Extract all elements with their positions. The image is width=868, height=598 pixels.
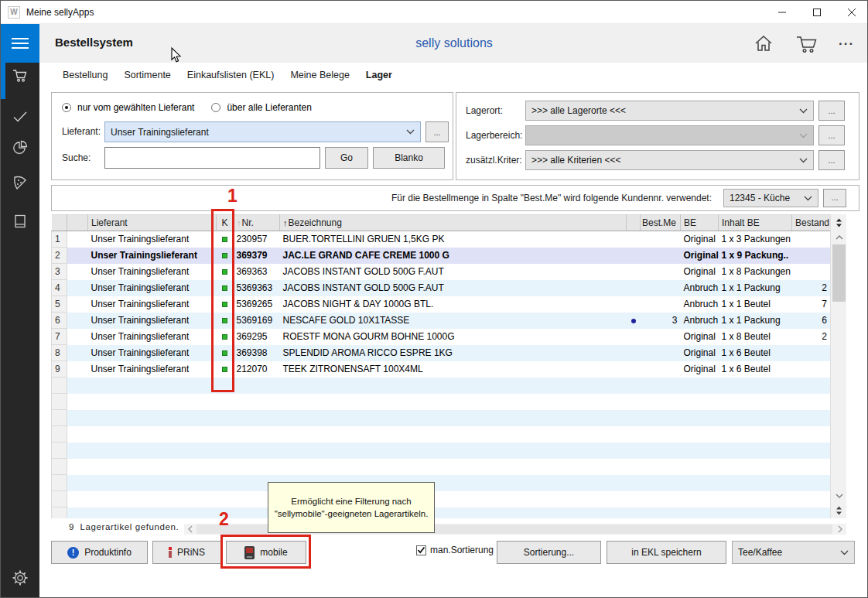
lieferant-select[interactable]: Unser Trainingslieferant: [104, 121, 421, 142]
annotation-rect-2: [220, 535, 311, 569]
scrollbar-thumb[interactable]: [832, 244, 846, 302]
table-row[interactable]: 9 Unser Trainingslieferant 212070 TEEK Z…: [52, 361, 831, 378]
app-logo-icon: W: [8, 6, 20, 19]
book-icon: [12, 214, 28, 229]
main-content: Bestellung Sortimente Einkaufslisten (EK…: [39, 63, 868, 569]
radio-selected-supplier[interactable]: [62, 103, 71, 112]
window-title: Meine sellyApps: [26, 7, 94, 18]
kundennr-select[interactable]: 12345 - Küche: [723, 189, 818, 207]
chevron-down-icon: [406, 129, 415, 135]
table-row[interactable]: 4 Unser Trainingslieferant 5369363 JACOB…: [52, 280, 831, 296]
home-button[interactable]: [753, 33, 774, 56]
scroll-left-button[interactable]: [184, 524, 196, 535]
header: Bestellsystem selly solutions ...: [39, 24, 868, 63]
table-row-selected[interactable]: 2 Unser Trainingslieferant 369379 JAC.LE…: [52, 248, 831, 264]
sidebar-item-cart[interactable]: [1, 68, 39, 84]
kundennr-text: Für die Bestellmenge in Spalte "Best.Me"…: [391, 193, 712, 203]
check-icon: [417, 546, 425, 554]
ekl-speichern-button[interactable]: in EKL speichern: [607, 541, 726, 564]
empty-row: [52, 443, 831, 459]
lagerort-more-button[interactable]: ...: [818, 101, 845, 121]
col-nr[interactable]: ↑Nr.: [234, 215, 280, 231]
man-sortierung-checkbox[interactable]: [416, 545, 426, 555]
title-bar: W Meine sellyApps: [1, 1, 868, 24]
table-row[interactable]: 6 Unser Trainingslieferant 5369169 NESCA…: [52, 313, 831, 329]
chevron-left-icon: [188, 525, 193, 533]
radio-selected-supplier-label[interactable]: nur vom gewählten Lieferant: [77, 102, 194, 113]
sort-asc-icon: ↑: [237, 218, 241, 227]
vertical-scrollbar[interactable]: [830, 214, 846, 518]
hamburger-menu-button[interactable]: [1, 24, 39, 63]
table-row[interactable]: 1 Unser Trainingslieferant 230957 BUER.T…: [52, 231, 831, 248]
radio-all-suppliers[interactable]: [211, 103, 220, 112]
chevron-down-icon: [799, 108, 808, 114]
scroll-up-button[interactable]: [831, 231, 846, 244]
blanko-button[interactable]: Blanko: [373, 147, 445, 169]
tab-sortimente[interactable]: Sortimente: [124, 70, 170, 80]
col-dot[interactable]: [627, 215, 641, 231]
col-bestme[interactable]: Best.Me: [641, 215, 681, 231]
app-window: W Meine sellyApps: [0, 0, 868, 598]
sidebar-item-check[interactable]: [1, 111, 39, 123]
tab-bestellung[interactable]: Bestellung: [63, 70, 108, 80]
man-sortierung-label[interactable]: man.Sortierung: [430, 545, 494, 555]
sortierung-button[interactable]: Sortierung...: [497, 541, 601, 564]
empty-row: [52, 459, 831, 475]
order-dot-icon: [631, 319, 636, 323]
tab-einkaufslisten[interactable]: Einkaufslisten (EKL): [187, 70, 275, 80]
home-icon: [753, 33, 774, 53]
more-menu-button[interactable]: ...: [839, 33, 854, 49]
suche-label: Suche:: [62, 152, 91, 163]
lagerbereich-more-button[interactable]: ...: [818, 125, 845, 145]
sort-asc-icon: ↑: [283, 218, 288, 227]
sidebar: [1, 24, 39, 598]
col-bestand[interactable]: Bestand: [792, 215, 831, 231]
col-be[interactable]: BE: [681, 215, 719, 231]
table-row[interactable]: 3 Unser Trainingslieferant 369363 JACOBS…: [52, 264, 831, 280]
radio-all-suppliers-label[interactable]: über alle Lieferanten: [227, 102, 311, 113]
mouse-cursor: [171, 47, 182, 67]
tab-lager[interactable]: Lager: [366, 70, 392, 80]
sort-both-button[interactable]: [831, 214, 846, 231]
go-button[interactable]: Go: [325, 147, 368, 169]
tab-meine-belege[interactable]: Meine Belege: [290, 70, 349, 80]
col-bezeichnung[interactable]: ↑Bezeichnung: [280, 215, 627, 231]
produktinfo-button[interactable]: ! Produktinfo: [51, 541, 148, 564]
table-row[interactable]: 5 Unser Trainingslieferant 5369265 JACOB…: [52, 296, 831, 313]
kriterien-select[interactable]: >>> alle Kriterien <<<: [525, 150, 814, 170]
table-row[interactable]: 8 Unser Trainingslieferant 369398 SPLEND…: [52, 345, 831, 361]
prins-button[interactable]: PRiNS: [152, 541, 221, 564]
close-button[interactable]: [834, 1, 868, 24]
kundennr-more-button[interactable]: ...: [823, 189, 846, 207]
lieferant-more-button[interactable]: ...: [425, 121, 449, 142]
kundennr-bar: Für die Bestellmenge in Spalte "Best.Me"…: [51, 185, 859, 211]
chevron-down-icon: [836, 494, 843, 498]
sidebar-item-pizza[interactable]: [1, 175, 39, 192]
sidebar-item-book[interactable]: [1, 214, 39, 229]
pizza-slice-icon: [12, 175, 29, 192]
gear-icon: [12, 569, 29, 586]
col-inhalt[interactable]: Inhalt BE: [719, 215, 792, 231]
table-row[interactable]: 7 Unser Trainingslieferant 369295 ROESTF…: [52, 329, 831, 345]
empty-row: [52, 426, 831, 443]
lager-table: Lieferant K ↑Nr. ↑Bezeichnung Best.Me BE…: [51, 214, 846, 518]
scroll-bottom-button[interactable]: [831, 504, 846, 517]
minimize-button[interactable]: [764, 1, 799, 24]
chevron-right-icon: [838, 525, 842, 533]
scroll-down-button[interactable]: [831, 490, 846, 502]
scroll-right-button[interactable]: [834, 524, 846, 535]
sidebar-item-pie-chart[interactable]: [1, 139, 39, 156]
warengruppe-select[interactable]: Tee/Kaffee: [732, 541, 855, 564]
maximize-button[interactable]: [799, 1, 834, 24]
col-lieferant[interactable]: Lieferant: [88, 215, 217, 231]
col-blank[interactable]: [67, 215, 88, 231]
search-input[interactable]: [104, 147, 320, 169]
tooltip: Ermöglicht eine Filterung nach "sellymob…: [268, 482, 435, 533]
col-rownum[interactable]: [52, 215, 67, 231]
cart-button[interactable]: [795, 33, 819, 58]
lagerort-select[interactable]: >>> alle Lagerorte <<<: [525, 101, 814, 121]
sidebar-item-settings[interactable]: [1, 569, 39, 586]
chevron-down-icon: [840, 550, 849, 555]
kriterien-more-button[interactable]: ...: [818, 150, 845, 170]
sort-both-icon: [836, 506, 842, 515]
